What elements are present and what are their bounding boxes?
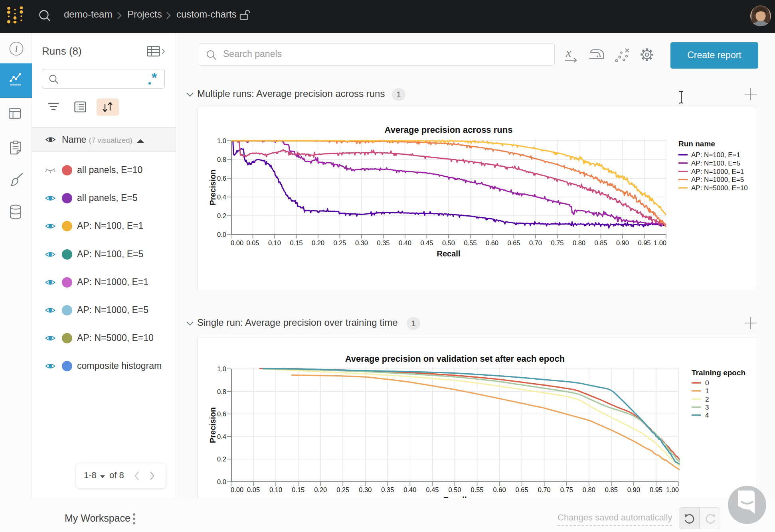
svg-text:*: * (152, 73, 157, 85)
svg-text:Run name: Run name (678, 140, 715, 148)
svg-text:0.0: 0.0 (217, 478, 226, 485)
svg-text:0.60: 0.60 (493, 486, 506, 493)
svg-text:Average precision across runs: Average precision across runs (385, 125, 513, 135)
svg-text:i: i (15, 44, 18, 54)
svg-text:AP: N=1000, E=5: AP: N=1000, E=5 (691, 176, 744, 183)
svg-text:0.75: 0.75 (560, 486, 573, 493)
svg-text:Recall: Recall (437, 249, 461, 258)
svg-text:0.40: 0.40 (399, 239, 411, 246)
svg-text:0.95: 0.95 (650, 486, 662, 493)
svg-text:0.15: 0.15 (290, 239, 302, 246)
svg-text:0.25: 0.25 (336, 486, 349, 493)
svg-text:0.25: 0.25 (333, 239, 346, 246)
svg-text:0.30: 0.30 (355, 239, 368, 246)
svg-text:0.40: 0.40 (403, 486, 416, 493)
svg-text:0.95: 0.95 (638, 239, 650, 246)
svg-text:0.05: 0.05 (247, 486, 260, 493)
svg-text:0.0: 0.0 (217, 231, 226, 238)
svg-text:0.6: 0.6 (217, 410, 226, 418)
svg-text:0.8: 0.8 (217, 156, 226, 163)
svg-text:Average precision on validatio: Average precision on validation set afte… (345, 354, 565, 364)
svg-text:AP: N=100, E=5: AP: N=100, E=5 (691, 160, 740, 167)
svg-text:0.70: 0.70 (538, 486, 551, 493)
svg-text:0.20: 0.20 (314, 486, 327, 493)
svg-text:0.20: 0.20 (312, 239, 324, 246)
svg-text:0.10: 0.10 (269, 486, 282, 493)
svg-text:0.80: 0.80 (573, 239, 585, 246)
svg-text:0.65: 0.65 (516, 486, 528, 493)
svg-text:Precision: Precision (208, 169, 217, 205)
svg-text:0.2: 0.2 (217, 455, 226, 463)
svg-text:1.0: 1.0 (217, 137, 226, 144)
svg-text:0.55: 0.55 (464, 239, 476, 246)
svg-text:0.6: 0.6 (217, 175, 226, 182)
svg-text:0.85: 0.85 (605, 486, 618, 493)
svg-text:0: 0 (705, 379, 709, 387)
svg-text:0.75: 0.75 (551, 239, 563, 246)
svg-text:0.10: 0.10 (268, 239, 281, 246)
svg-text:0.50: 0.50 (442, 239, 455, 246)
svg-text:0.45: 0.45 (426, 486, 439, 493)
svg-text:0.4: 0.4 (217, 433, 226, 440)
svg-text:0.45: 0.45 (420, 239, 433, 246)
svg-text:0.65: 0.65 (507, 239, 520, 246)
svg-text:0.90: 0.90 (627, 486, 640, 493)
svg-text:0.60: 0.60 (486, 239, 498, 246)
svg-text:1.00: 1.00 (654, 239, 666, 246)
svg-text:1: 1 (705, 387, 709, 395)
svg-text:0.70: 0.70 (529, 239, 542, 246)
svg-text:0.55: 0.55 (471, 486, 484, 493)
svg-text:1.00: 1.00 (666, 486, 679, 493)
svg-text:0.35: 0.35 (377, 239, 389, 246)
svg-text:0.90: 0.90 (616, 239, 629, 246)
svg-text:0.35: 0.35 (381, 486, 394, 493)
svg-text:0.80: 0.80 (583, 486, 595, 493)
svg-text:4: 4 (705, 412, 709, 419)
svg-text:AP: N=5000, E=10: AP: N=5000, E=10 (691, 184, 748, 192)
svg-text:1.0: 1.0 (217, 365, 226, 372)
svg-text:2: 2 (705, 396, 709, 403)
svg-text:AP: N=1000, E=1: AP: N=1000, E=1 (691, 168, 744, 175)
svg-text:0.4: 0.4 (217, 193, 226, 201)
svg-text:x: x (565, 46, 571, 59)
svg-text:AP: N=100, E=1: AP: N=100, E=1 (691, 151, 740, 159)
svg-text:0.8: 0.8 (217, 388, 226, 395)
svg-text:0.30: 0.30 (359, 486, 372, 493)
svg-text:Training epoch: Training epoch (692, 368, 745, 377)
svg-text:3: 3 (705, 404, 709, 411)
svg-text:0.00: 0.00 (231, 486, 243, 493)
svg-text:0.05: 0.05 (246, 239, 259, 246)
svg-text:0.00: 0.00 (231, 239, 243, 246)
svg-text:Precision: Precision (208, 407, 217, 443)
svg-text:0.15: 0.15 (292, 486, 304, 493)
svg-text:0.50: 0.50 (448, 486, 461, 493)
svg-text:0.85: 0.85 (594, 239, 607, 246)
svg-text:0.2: 0.2 (217, 212, 226, 219)
